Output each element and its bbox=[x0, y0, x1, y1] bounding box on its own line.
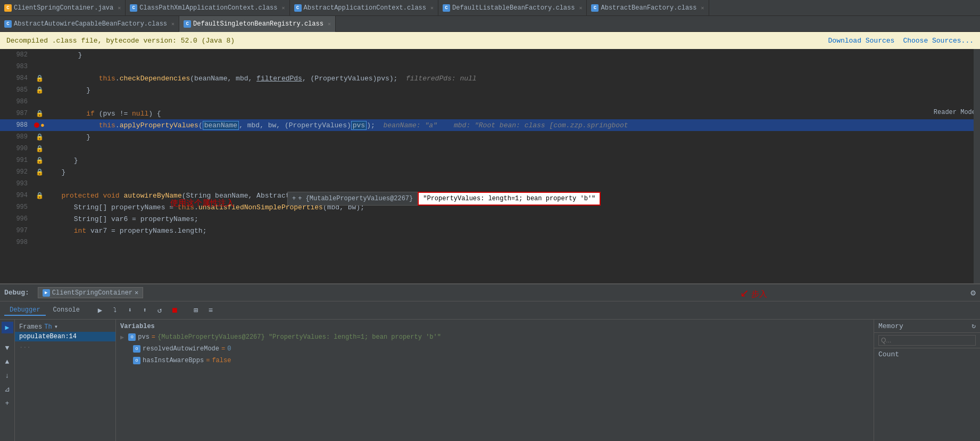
var-row-pvs[interactable]: ▶ o pvs = {MutablePropertyValues@2267} "… bbox=[116, 331, 874, 343]
code-line-989: 989 🔒 } bbox=[0, 131, 980, 143]
tab-label: AbstractAutowireCapableBeanFactory.class bbox=[14, 20, 167, 28]
variables-header: Variables bbox=[116, 322, 874, 331]
notice-bar: Decompiled .class file, bytecode version… bbox=[0, 32, 980, 49]
tab-defaultlistable[interactable]: C DefaultListableBeanFactory.class ✕ bbox=[438, 0, 587, 16]
var-icon-resolved: o bbox=[133, 345, 140, 353]
tab-bar-row2: C AbstractAutowireCapableBeanFactory.cla… bbox=[0, 16, 980, 32]
resume-button[interactable]: ▶ bbox=[94, 305, 106, 316]
memory-refresh-icon[interactable]: ↻ bbox=[971, 322, 976, 330]
var-icon-hasInst: o bbox=[133, 357, 140, 364]
code-line-996: 996 String[] var6 = propertyNames; bbox=[0, 213, 980, 225]
filter-button[interactable]: ⊿ bbox=[2, 383, 13, 395]
scrollbar-right[interactable] bbox=[974, 49, 980, 283]
frame-item-2[interactable]: ... bbox=[15, 341, 115, 351]
var-row-resolved[interactable]: o resolvedAutowireMode = 0 bbox=[116, 343, 874, 355]
code-content-991: } bbox=[47, 157, 980, 165]
tab-close[interactable]: ✕ bbox=[328, 21, 331, 27]
tab-close[interactable]: ✕ bbox=[579, 5, 582, 11]
tab-icon-class: C bbox=[130, 4, 137, 12]
tab-label: ClientSpringContainer.java bbox=[14, 4, 113, 12]
line-number: 989 bbox=[0, 133, 32, 141]
tab-console[interactable]: Console bbox=[48, 305, 85, 316]
tab-icon-java: C bbox=[4, 4, 12, 12]
popup-left[interactable]: + + {MutablePropertyValues@2267} bbox=[287, 192, 418, 206]
code-content-987: if (pvs != null) { bbox=[47, 110, 980, 118]
arrow-down-button[interactable]: ▼ bbox=[2, 342, 13, 354]
line-number: 985 bbox=[0, 86, 32, 94]
frame-item-populatebean[interactable]: populateBean:14 bbox=[15, 332, 115, 341]
code-content-996: String[] var6 = propertyNames; bbox=[47, 215, 980, 223]
play-button[interactable]: ▶ bbox=[2, 322, 13, 333]
line-number: 991 bbox=[0, 157, 32, 164]
tab-abstractautowire[interactable]: C AbstractAutowireCapableBeanFactory.cla… bbox=[0, 16, 179, 32]
gutter-992: 🔒 bbox=[32, 168, 47, 176]
var-eq-resolved: = bbox=[221, 345, 225, 353]
grid-button[interactable]: ⊞ bbox=[189, 305, 202, 316]
code-content-989: } bbox=[47, 133, 980, 141]
var-eq-pvs: = bbox=[152, 333, 155, 341]
code-content-992: } bbox=[47, 168, 980, 176]
thread-dropdown-icon[interactable]: ▾ bbox=[54, 323, 58, 331]
code-line-986: 986 bbox=[0, 96, 980, 108]
arrow-up-button[interactable]: ▲ bbox=[2, 356, 13, 368]
line-number: 987 bbox=[0, 110, 32, 117]
step-into-button[interactable]: ⬇ bbox=[123, 305, 136, 316]
tab-close[interactable]: ✕ bbox=[430, 5, 434, 11]
code-line-998: 998 bbox=[0, 236, 980, 248]
code-content-988: this.applyPropertyValues(beanName, mbd, … bbox=[47, 121, 980, 129]
line-number: 986 bbox=[0, 98, 32, 105]
code-line-982: 982 } bbox=[0, 49, 980, 61]
tab-abstractapp[interactable]: C AbstractApplicationContext.class ✕ bbox=[290, 0, 438, 16]
stop-button[interactable]: ⏹ bbox=[168, 305, 181, 316]
notice-text: Decompiled .class file, bytecode version… bbox=[6, 37, 235, 45]
code-line-990: 990 🔒 bbox=[0, 143, 980, 154]
debug-toolbar: Debugger Console ▶ ⤵ ⬇ ⬆ ↺ ⏹ ⊞ ≡ bbox=[0, 301, 980, 320]
debug-session-tab[interactable]: ▶ ClientSpringContainer ✕ bbox=[38, 287, 143, 298]
frames-panel: Frames Th ▾ populateBean:14 ... bbox=[15, 320, 116, 441]
step-out-button[interactable]: ⬆ bbox=[138, 305, 151, 316]
code-line-992: 992 🔒 } bbox=[0, 166, 980, 178]
choose-sources-link[interactable]: Choose Sources... bbox=[903, 37, 974, 45]
code-line-991: 991 🔒 } bbox=[0, 154, 980, 166]
settings-icon[interactable]: ⚙ bbox=[970, 288, 976, 298]
tab-label: ClassPathXmlApplicationContext.class bbox=[139, 4, 277, 12]
code-line-984: 984 🔒 this.checkDependencies(beanName, m… bbox=[0, 72, 980, 84]
line-number: 993 bbox=[0, 180, 32, 187]
gutter-988: ● bbox=[32, 121, 47, 129]
tab-classpathxml[interactable]: C ClassPathXmlApplicationContext.class ✕ bbox=[126, 0, 289, 16]
step-over-button[interactable]: ⤵ bbox=[109, 305, 121, 316]
code-area: Reader Mode 982 } 983 984 🔒 this.checkDe… bbox=[0, 49, 980, 283]
line-number: 992 bbox=[0, 168, 32, 176]
code-content-984: this.checkDependencies(beanName, mbd, fi… bbox=[47, 75, 980, 83]
tab-close[interactable]: ✕ bbox=[282, 5, 285, 11]
tab-label: AbstractBeanFactory.class bbox=[601, 4, 696, 12]
tab-defaultsingleton[interactable]: C DefaultSingletonBeanRegistry.class ✕ bbox=[179, 16, 336, 32]
download-sources-link[interactable]: Download Sources bbox=[828, 37, 895, 45]
var-eq-hasInst: = bbox=[206, 357, 210, 364]
tab-icon-class: C bbox=[443, 4, 450, 12]
gutter-987: 🔒 bbox=[32, 110, 47, 118]
code-line-993: 993 bbox=[0, 178, 980, 190]
tab-close[interactable]: ✕ bbox=[118, 5, 121, 11]
memory-search-input[interactable] bbox=[878, 335, 976, 346]
step-annotation: ↙ 步入 bbox=[740, 287, 767, 299]
var-row-hasInst[interactable]: o hasInstAwareBpps = false bbox=[116, 355, 874, 366]
tab-abstractbean[interactable]: C AbstractBeanFactory.class ✕ bbox=[587, 0, 709, 16]
tab-close[interactable]: ✕ bbox=[171, 21, 175, 27]
list-button[interactable]: ≡ bbox=[204, 305, 217, 316]
popup-right: "PropertyValues: length=1; bean property… bbox=[418, 192, 601, 206]
tab-close[interactable]: ✕ bbox=[701, 5, 704, 11]
debug-label: Debug: bbox=[4, 289, 29, 297]
code-content-985: } bbox=[47, 86, 980, 94]
down-step-button[interactable]: ↓ bbox=[2, 370, 13, 381]
annotation-chinese: 使用这个属性注入 bbox=[170, 198, 234, 208]
debug-session-label: ClientSpringContainer bbox=[52, 289, 132, 297]
debug-session-close[interactable]: ✕ bbox=[135, 289, 138, 297]
add-button[interactable]: + bbox=[2, 397, 13, 409]
line-number: 997 bbox=[0, 227, 32, 234]
var-icon-pvs: o bbox=[128, 333, 136, 341]
tab-icon-class: C bbox=[294, 4, 302, 12]
rerun-button[interactable]: ↺ bbox=[153, 305, 166, 316]
tab-debugger[interactable]: Debugger bbox=[4, 305, 46, 316]
tab-clientspring[interactable]: C ClientSpringContainer.java ✕ bbox=[0, 0, 126, 16]
